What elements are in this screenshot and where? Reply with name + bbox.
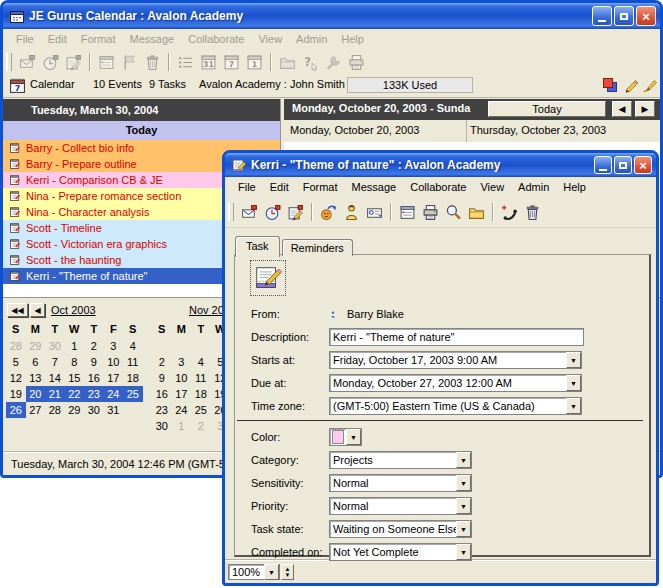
day-cell[interactable]: 9 xyxy=(84,354,104,370)
day-cell[interactable]: 4 xyxy=(191,354,211,370)
day-cell[interactable]: 11 xyxy=(191,370,211,386)
dropdown-arrow-icon[interactable]: ▼ xyxy=(566,375,581,391)
dialog-menu-help[interactable]: Help xyxy=(556,179,593,195)
day-cell[interactable]: 4 xyxy=(123,338,143,354)
zoom-dropdown-icon[interactable]: ▼ xyxy=(264,564,279,580)
day-cell[interactable]: 10 xyxy=(172,370,192,386)
day-cell[interactable]: 8 xyxy=(65,354,85,370)
dropdown-arrow-icon[interactable]: ▼ xyxy=(566,352,581,368)
prev-day-button[interactable]: ◀ xyxy=(612,101,632,117)
day-cell[interactable]: 30 xyxy=(152,418,172,434)
dialog-menu-view[interactable]: View xyxy=(473,179,511,195)
dialog-toolbar-new-task-button[interactable] xyxy=(284,201,307,224)
dialog-menu-admin[interactable]: Admin xyxy=(511,179,556,195)
day-cell[interactable]: 14 xyxy=(45,370,65,386)
today-button[interactable]: Today xyxy=(488,101,606,117)
day-cell-selected[interactable]: 25 xyxy=(123,386,143,402)
day-cell[interactable]: 12 xyxy=(6,370,26,386)
day-cell[interactable]: 28 xyxy=(6,338,26,354)
dialog-toolbar-new-event-button[interactable] xyxy=(238,201,261,224)
dialog-menu-message[interactable]: Message xyxy=(345,179,404,195)
dialog-toolbar-folder-button[interactable] xyxy=(465,201,488,224)
prev-month-button[interactable]: ◀ xyxy=(30,303,45,317)
dialog-toolbar-phone-add-button[interactable] xyxy=(498,201,521,224)
description-input[interactable]: Kerri - "Theme of nature" xyxy=(329,328,584,346)
dialog-toolbar-forward-person-button[interactable] xyxy=(317,201,340,224)
day-cell-selected[interactable]: 26 xyxy=(6,402,26,418)
day-cell[interactable]: 30 xyxy=(45,338,65,354)
dropdown-arrow-icon[interactable]: ▼ xyxy=(456,544,471,560)
main-titlebar[interactable]: JE Gurus Calendar : Avalon Academy × xyxy=(3,3,660,29)
day-cell[interactable]: 3 xyxy=(104,338,124,354)
day-cell[interactable]: 28 xyxy=(45,402,65,418)
dialog-toolbar-search-button[interactable] xyxy=(442,201,465,224)
day-cell-selected[interactable]: 21 xyxy=(45,386,65,402)
dialog-menu-edit[interactable]: Edit xyxy=(263,179,296,195)
day-cell[interactable]: 18 xyxy=(191,386,211,402)
sensitivity-select[interactable]: Normal▼ xyxy=(329,474,472,492)
day-cell[interactable]: 10 xyxy=(104,354,124,370)
signature-pen-icon[interactable] xyxy=(641,77,658,94)
day-cell[interactable]: 1 xyxy=(172,418,192,434)
day-cell-selected[interactable]: 22 xyxy=(65,386,85,402)
color-select[interactable]: ▼ xyxy=(329,428,362,446)
dialog-minimize-button[interactable] xyxy=(594,156,612,174)
day-cell[interactable]: 27 xyxy=(26,402,46,418)
priority-select[interactable]: Normal▼ xyxy=(329,497,472,515)
completed-on-select[interactable]: Not Yet Complete▼ xyxy=(329,543,472,561)
dialog-toolbar-print-button[interactable] xyxy=(419,201,442,224)
day-cell[interactable]: 17 xyxy=(104,370,124,386)
day-cell-selected[interactable]: 20 xyxy=(26,386,46,402)
day-cell[interactable]: 5 xyxy=(6,354,26,370)
day-cell[interactable]: 16 xyxy=(84,370,104,386)
day-cell[interactable]: 7 xyxy=(45,354,65,370)
day-cell[interactable]: 1 xyxy=(65,338,85,354)
time-zone-select[interactable]: (GMT-5:00) Eastern Time (US & Canada)▼ xyxy=(329,397,582,415)
day-cell[interactable]: 17 xyxy=(172,386,192,402)
day-cell[interactable]: 2 xyxy=(152,354,172,370)
dropdown-arrow-icon[interactable]: ▼ xyxy=(456,521,471,537)
zoom-select[interactable]: 100% ▼ xyxy=(228,564,280,580)
day-cell[interactable]: 11 xyxy=(123,354,143,370)
dialog-toolbar-person-button[interactable] xyxy=(340,201,363,224)
dialog-toolbar-business-card-button[interactable] xyxy=(363,201,386,224)
day-cell[interactable]: 16 xyxy=(152,386,172,402)
day-cell[interactable]: 23 xyxy=(152,402,172,418)
pencil-icon[interactable] xyxy=(622,77,639,94)
day-cell[interactable]: 18 xyxy=(123,370,143,386)
day-cell[interactable]: 25 xyxy=(191,402,211,418)
tab-reminders[interactable]: Reminders xyxy=(282,239,353,256)
tab-task[interactable]: Task xyxy=(235,236,280,257)
day-cell[interactable]: 19 xyxy=(6,386,26,402)
dialog-menu-collaborate[interactable]: Collaborate xyxy=(403,179,473,195)
toolbar-gripper[interactable] xyxy=(228,203,234,221)
day-cell[interactable]: 24 xyxy=(172,402,192,418)
day-cell[interactable]: 3 xyxy=(172,354,192,370)
day-cell[interactable]: 6 xyxy=(26,354,46,370)
zoom-spinner[interactable]: ▲▼ xyxy=(281,564,294,580)
day-cell[interactable]: 13 xyxy=(26,370,46,386)
dialog-toolbar-new-alarm-button[interactable] xyxy=(261,201,284,224)
next-day-button[interactable]: ▶ xyxy=(635,101,655,117)
day-cell[interactable]: 15 xyxy=(65,370,85,386)
prev-year-button[interactable]: ◀◀ xyxy=(7,303,28,317)
layers-icon[interactable] xyxy=(601,77,618,94)
dropdown-arrow-icon[interactable]: ▼ xyxy=(456,475,471,491)
minimize-button[interactable] xyxy=(592,6,612,26)
day-cell-selected[interactable]: 23 xyxy=(84,386,104,402)
dialog-toolbar-calendar-note-button[interactable] xyxy=(396,201,419,224)
due-at-select[interactable]: Monday, October 27, 2003 12:00 AM▼ xyxy=(329,374,582,392)
dropdown-arrow-icon[interactable]: ▼ xyxy=(346,429,361,445)
day-cell[interactable]: 9 xyxy=(152,370,172,386)
dialog-toolbar-delete-button[interactable] xyxy=(521,201,544,224)
dialog-maximize-button[interactable] xyxy=(614,156,632,174)
starts-at-select[interactable]: Friday, October 17, 2003 9:00 AM▼ xyxy=(329,351,582,369)
maximize-button[interactable] xyxy=(614,6,634,26)
dialog-close-button[interactable]: × xyxy=(634,156,652,174)
day-cell[interactable]: 30 xyxy=(84,402,104,418)
dialog-titlebar[interactable]: Kerri - "Theme of nature" : Avalon Acade… xyxy=(225,153,656,177)
day-cell[interactable]: 29 xyxy=(26,338,46,354)
task-state-select[interactable]: Waiting on Someone Else▼ xyxy=(329,520,472,538)
close-button[interactable]: × xyxy=(636,6,656,26)
month-title-link-october[interactable]: Oct 2003 xyxy=(51,304,96,316)
